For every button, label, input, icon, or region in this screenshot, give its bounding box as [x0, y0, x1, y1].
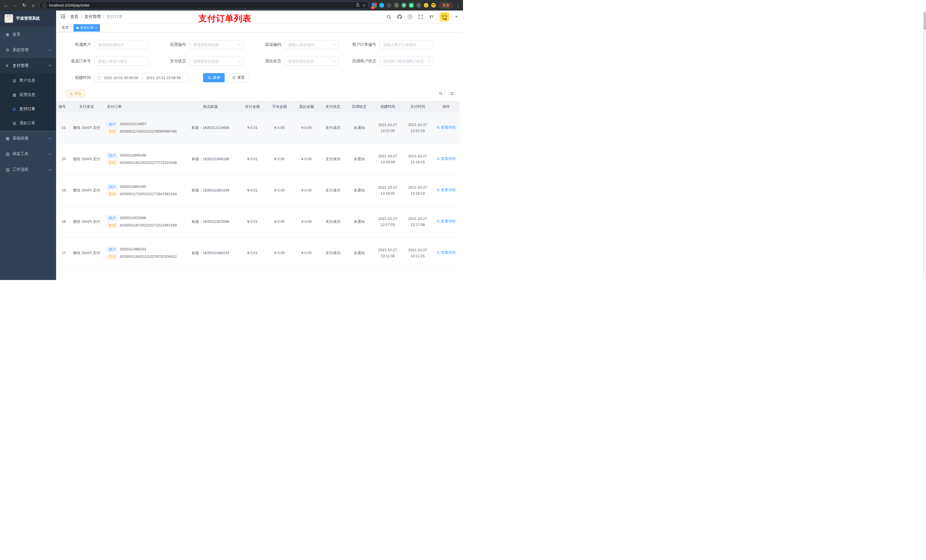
bookmark-star-icon[interactable]: ☆ — [362, 3, 366, 8]
sidebar-item-app-info[interactable]: ▦ 应用信息 — [0, 88, 56, 102]
start-datetime[interactable]: 2021-10-01 00:00:00 — [104, 76, 138, 80]
extensions-puzzle-icon[interactable] — [416, 3, 421, 8]
search-icon — [437, 251, 440, 254]
export-button[interactable]: 导出 — [67, 90, 85, 98]
view-detail-link[interactable]: 查看详情 — [437, 219, 455, 225]
font-size-icon[interactable]: TT — [429, 14, 434, 20]
pay-status-filter-input[interactable] — [189, 57, 244, 66]
view-detail-link[interactable]: 查看详情 — [437, 156, 455, 162]
user-caret-icon[interactable] — [455, 16, 458, 18]
chrome-update-button[interactable]: 更新 — [439, 2, 453, 9]
notify-status-filter[interactable] — [380, 57, 434, 66]
filter-label-create-time: 创建时间 — [62, 75, 94, 80]
browser-chrome: ← → ↻ ⌂ i localhost:1024/pay/order ☆ 10 … — [0, 0, 463, 11]
tab-home[interactable]: 首页 — [59, 24, 71, 32]
extension-emoji-icon[interactable] — [424, 3, 428, 8]
vue-devtools-icon[interactable]: V — [401, 3, 406, 8]
sidebar-item-dev-tools[interactable]: ▧ 研发工具 — [0, 146, 56, 162]
back-icon[interactable]: ← — [3, 3, 9, 8]
chevron-down-icon — [49, 48, 51, 51]
browser-menu-icon[interactable]: ⋮ — [456, 3, 460, 8]
table-row[interactable]: 18微信 JSAPI 支付商户1635311823086支付4200001167… — [56, 206, 460, 238]
sidebar-item-pay-order[interactable]: ◎ 支付订单 — [0, 102, 56, 116]
view-detail-link[interactable]: 查看详情 — [437, 187, 455, 193]
home-icon[interactable]: ⌂ — [30, 3, 36, 8]
sidebar-item-merchant-info[interactable]: ▤ 商户信息 — [0, 73, 56, 88]
sidebar-item-refund-order[interactable]: ▥ 退款订单 — [0, 116, 56, 130]
order-line: 商户1635311949168 — [107, 152, 180, 158]
close-tab-icon[interactable]: × — [95, 26, 97, 30]
reset-button[interactable]: 重置 — [227, 73, 249, 82]
extension-icon[interactable] — [379, 3, 384, 8]
refund-status-filter[interactable] — [284, 57, 339, 66]
end-datetime[interactable]: 2021-10-31 23:59:59 — [146, 76, 181, 80]
channel-order-no-filter[interactable] — [94, 57, 148, 66]
column-header-title: 商品标题 — [182, 104, 239, 110]
table-row[interactable]: 商户1635311157736 — [56, 269, 460, 280]
table-row[interactable]: 21微信 JSAPI 支付商户1635312124657支付4200001174… — [56, 112, 460, 144]
create-time-range-picker[interactable]: 2021-10-01 00:00:00 - 2021-10-31 23:59:5… — [94, 73, 188, 82]
document-icon: ▥ — [12, 121, 20, 125]
cell-fee: ¥ 0.00 — [266, 219, 293, 225]
share-icon[interactable] — [356, 3, 360, 8]
search-icon — [437, 126, 440, 129]
pay-tag: 支付 — [107, 191, 118, 197]
breadcrumb-pay-management[interactable]: 支付管理 — [85, 14, 100, 20]
toolbar-right — [437, 90, 456, 98]
breadcrumb-home[interactable]: 首页 — [70, 14, 78, 20]
cell-notify: 未通知 — [346, 219, 373, 225]
merchant-tag: 商户 — [107, 216, 118, 221]
tab-pay-order[interactable]: 支付订单 × — [73, 24, 100, 32]
extension-icon[interactable]: 10 — [372, 3, 377, 8]
app-no-filter[interactable] — [189, 40, 244, 49]
extensions-area: 10 V — [372, 3, 436, 8]
app-no-filter-input[interactable] — [189, 40, 244, 49]
table-row[interactable]: 20微信 JSAPI 支付商户1635311949168支付4200001181… — [56, 144, 460, 175]
merchant-order-no-filter[interactable] — [380, 40, 434, 49]
fullscreen-icon[interactable] — [418, 14, 423, 20]
sidebar-item-label: 系统管理 — [12, 48, 29, 53]
sidebar-logo[interactable]: 芋道管理系统 — [0, 11, 56, 26]
help-icon[interactable]: ? — [408, 15, 412, 19]
site-info-icon[interactable]: i — [42, 3, 47, 8]
channel-code-filter-input[interactable] — [284, 40, 339, 49]
extension-icon[interactable] — [387, 3, 392, 8]
user-avatar[interactable] — [440, 12, 449, 22]
pay-tag: 支付 — [107, 128, 118, 134]
table-row[interactable]: 19微信 JSAPI 支付商户1635311881440支付4200001173… — [56, 175, 460, 206]
refresh-icon[interactable]: ↻ — [21, 3, 27, 8]
pay-status-filter[interactable] — [189, 57, 244, 66]
channel-order-no-filter-input[interactable] — [94, 57, 148, 66]
search-icon[interactable] — [386, 14, 391, 20]
channel-code-filter[interactable] — [284, 40, 339, 49]
sidebar-toggle-icon[interactable] — [60, 14, 67, 20]
merchant-filter[interactable] — [94, 40, 148, 49]
breadcrumb-separator: / — [103, 15, 104, 19]
view-detail-link[interactable]: 查看详情 — [437, 250, 455, 256]
cell-channel: 微信 JSAPI 支付 — [68, 156, 105, 162]
github-icon[interactable] — [397, 14, 402, 20]
extension-icon[interactable] — [409, 3, 414, 8]
merchant-filter-input[interactable] — [94, 40, 148, 49]
sidebar-item-home[interactable]: ◉ 首页 — [0, 26, 56, 42]
sidebar-item-label: 支付订单 — [20, 106, 35, 112]
sidebar-item-infra[interactable]: ▣ 基础设施 — [0, 130, 56, 146]
forward-icon[interactable]: → — [12, 3, 18, 8]
merchant-order-no-filter-input[interactable] — [380, 40, 434, 49]
sidebar-item-system[interactable]: ⚙ 系统管理 — [0, 42, 56, 58]
order-number: 4200001167202110271022491439 — [120, 222, 177, 228]
sidebar-item-workflow[interactable]: ▨ 工作流程 — [0, 162, 56, 177]
sidebar-item-pay[interactable]: ¥ 支付管理 — [0, 58, 56, 73]
url-bar[interactable]: i localhost:1024/pay/order ☆ — [39, 2, 369, 9]
show-search-toggle-button[interactable] — [437, 90, 445, 98]
view-detail-link[interactable]: 查看详情 — [437, 125, 455, 131]
cell-amount: ¥ 0.01 — [239, 125, 266, 131]
extension-icon[interactable] — [394, 3, 399, 8]
refresh-table-button[interactable] — [448, 90, 456, 98]
search-button[interactable]: 搜索 — [203, 73, 225, 82]
notify-status-filter-input[interactable] — [380, 57, 434, 66]
refund-status-filter-input[interactable] — [284, 57, 339, 66]
table-row[interactable]: 17微信 JSAPI 支付商户1635311468233支付4200001194… — [56, 238, 460, 269]
profile-avatar[interactable] — [431, 3, 436, 8]
card-icon: ▤ — [12, 78, 20, 83]
